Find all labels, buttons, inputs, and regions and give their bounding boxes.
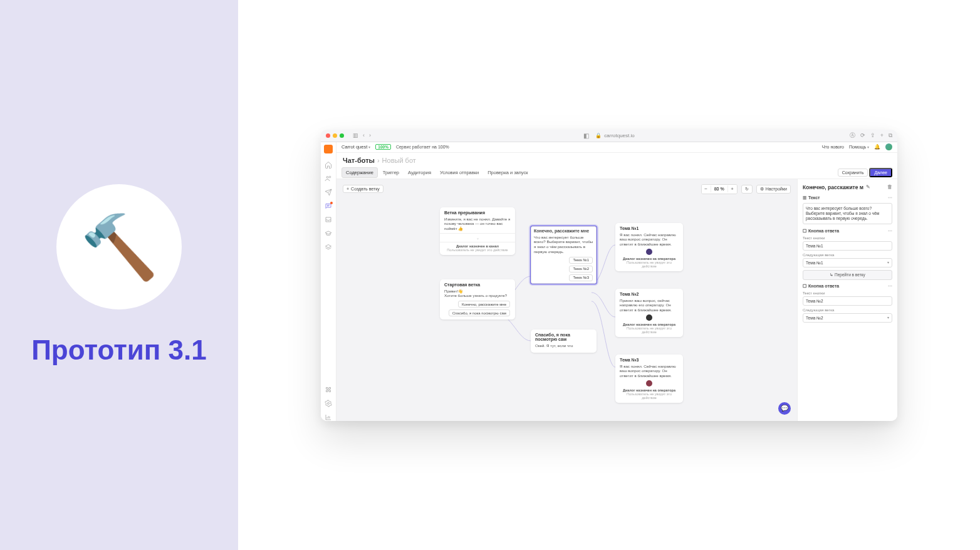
reload-icon[interactable]: ⟳	[860, 132, 865, 138]
save-button[interactable]: Сохранить	[838, 169, 868, 177]
translate-icon[interactable]: Ⓐ	[850, 132, 855, 140]
node-start-btn1[interactable]: Конечно, расскажите мне	[458, 301, 510, 308]
btn1-text-input[interactable]	[803, 241, 892, 251]
close-icon[interactable]	[326, 133, 330, 138]
help-link[interactable]: Помощь ▾	[849, 145, 869, 149]
breadcrumb: Чат-боты › Новый бот	[336, 153, 897, 167]
section-btn1-icon: ☐	[803, 229, 806, 234]
puzzle-icon[interactable]	[325, 386, 332, 393]
node-tell-btn3[interactable]: Тема №3	[569, 274, 593, 281]
inspector-title: Конечно, расскажите м	[803, 184, 863, 190]
main-area: Carrot quest▾ 100% Сервис работает на 10…	[336, 142, 897, 421]
edit-title-icon[interactable]: ✎	[866, 184, 870, 190]
inspector-panel: Конечно, расскажите м ✎ 🗑 ☰Текст⋯ ☐Кнопк…	[797, 179, 897, 421]
shield-icon[interactable]: ◧	[583, 132, 589, 139]
node-start-btn2[interactable]: Спасибо, я пока посмотрю сам	[449, 309, 510, 316]
svg-point-1	[329, 176, 331, 178]
tab-trigger[interactable]: Триггер	[379, 168, 403, 177]
section-btn2-more[interactable]: ⋯	[888, 284, 892, 289]
section-btn2-icon: ☐	[803, 284, 806, 289]
canvas-toolbar: + Создать ветку − 80 % + ↻ ⚙ Настройки	[343, 184, 791, 194]
tabs-icon[interactable]: ⧉	[889, 132, 892, 139]
zoom-in-button[interactable]: +	[728, 185, 737, 194]
send-icon[interactable]	[325, 189, 332, 196]
tab-content[interactable]: Содержание	[341, 167, 378, 178]
node-start[interactable]: Стартовая ветка Привет!👋 Хотите больше у…	[440, 279, 515, 320]
new-tab-icon[interactable]: +	[880, 132, 884, 138]
node-text-input[interactable]	[803, 203, 892, 224]
forward-icon[interactable]: ›	[369, 132, 371, 138]
node-tell-btn2[interactable]: Тема №2	[569, 266, 593, 272]
education-icon[interactable]	[325, 230, 332, 237]
delete-node-icon[interactable]: 🗑	[887, 184, 892, 190]
btn1-next-select[interactable]	[803, 258, 892, 267]
node-topic-1[interactable]: Тема №1 Я вас понял. Сейчас направлю ваш…	[615, 223, 683, 271]
operator-avatar-icon	[646, 249, 652, 255]
svg-point-2	[328, 402, 330, 404]
chatbot-icon[interactable]	[325, 202, 332, 210]
zoom-value: 80 %	[711, 185, 728, 192]
goto-branch-button-1[interactable]: ↳ Перейти в ветку	[803, 270, 892, 280]
sidebar-toggle-icon[interactable]: ▥	[353, 132, 358, 138]
side-rail	[321, 142, 336, 421]
canvas-settings-button[interactable]: ⚙ Настройки	[756, 185, 791, 194]
node-tell[interactable]: Конечно, расскажите мне Что вас интересу…	[531, 226, 597, 284]
flow-canvas[interactable]: + Создать ветку − 80 % + ↻ ⚙ Настройки	[336, 179, 797, 421]
node-topic-2[interactable]: Тема №2 Принял ваш вопрос, сейчас направ…	[615, 289, 683, 337]
chart-icon[interactable]	[325, 413, 332, 421]
share-icon[interactable]: ⇪	[870, 132, 875, 138]
operator-avatar-icon	[646, 314, 652, 321]
hammer-icon: 🔨	[56, 184, 182, 309]
traffic-lights	[326, 133, 344, 138]
breadcrumb-root[interactable]: Чат-боты	[343, 157, 375, 164]
app-topbar: Carrot quest▾ 100% Сервис работает на 10…	[336, 142, 897, 153]
back-icon[interactable]: ‹	[363, 132, 365, 138]
whats-new-link[interactable]: Что нового	[822, 145, 844, 149]
minimize-icon[interactable]	[333, 133, 337, 138]
app: Carrot quest▾ 100% Сервис работает на 10…	[321, 142, 897, 421]
subnav: Содержание Триггер Аудитория Условия отп…	[336, 167, 897, 179]
workspace: + Создать ветку − 80 % + ↻ ⚙ Настройки	[336, 179, 897, 421]
connection-wires	[336, 179, 797, 421]
section-btn1-more[interactable]: ⋯	[888, 229, 892, 234]
btn2-text-input[interactable]	[803, 296, 892, 306]
address-bar[interactable]: 🔒 carrotquest.io	[595, 133, 634, 138]
zoom-control: − 80 % +	[701, 184, 738, 194]
inbox-icon[interactable]	[325, 216, 332, 224]
reset-view-button[interactable]: ↻	[741, 185, 753, 194]
home-icon[interactable]	[325, 161, 332, 169]
tab-conditions[interactable]: Условия отправки	[436, 168, 482, 177]
brand-logo[interactable]	[324, 145, 333, 153]
url-text: carrotquest.io	[604, 133, 634, 138]
status-text: Сервис работает на 100%	[396, 145, 449, 149]
presentation-stage: ▥ ‹ › ◧ 🔒 carrotquest.io Ⓐ ⟳ ⇪ + ⧉	[238, 0, 980, 550]
notifications-icon[interactable]: 🔔	[874, 144, 880, 150]
account-picker[interactable]: Carrot quest▾	[341, 144, 370, 150]
section-text-more[interactable]: ⋯	[888, 195, 892, 200]
svg-point-0	[326, 176, 328, 178]
avatar[interactable]	[885, 143, 892, 150]
uptime-badge: 100%	[375, 144, 391, 150]
chat-fab[interactable]: 💬	[778, 402, 791, 415]
operator-avatar-icon	[646, 380, 652, 387]
breadcrumb-current: Новый бот	[382, 157, 416, 164]
next-button[interactable]: Далее	[869, 168, 892, 177]
users-icon[interactable]	[325, 175, 332, 182]
presentation-title: Прототип 3.1	[31, 335, 207, 366]
node-break[interactable]: Ветка прерывания Извините, я вас не поня…	[440, 207, 515, 255]
node-thanks[interactable]: Спасибо, я пока посмотрю сам Окей. Я тут…	[531, 329, 597, 353]
tab-launch[interactable]: Проверка и запуск	[484, 168, 531, 177]
node-topic-3[interactable]: Тема №3 Я вас понял. Сейчас направлю ваш…	[615, 355, 683, 403]
section-text-icon: ☰	[803, 195, 806, 200]
lock-icon: 🔒	[595, 133, 602, 138]
presentation-side-panel: 🔨 Прототип 3.1	[0, 0, 238, 550]
zoom-out-button[interactable]: −	[702, 185, 711, 194]
settings-icon[interactable]	[325, 400, 332, 407]
node-tell-btn1[interactable]: Тема №1	[569, 257, 593, 264]
layers-icon[interactable]	[325, 244, 332, 251]
tab-audience[interactable]: Аудитория	[404, 168, 435, 177]
maximize-icon[interactable]	[340, 133, 344, 138]
browser-chrome: ▥ ‹ › ◧ 🔒 carrotquest.io Ⓐ ⟳ ⇪ + ⧉	[321, 130, 897, 142]
btn2-next-select[interactable]	[803, 313, 892, 323]
create-branch-button[interactable]: + Создать ветку	[343, 185, 383, 193]
